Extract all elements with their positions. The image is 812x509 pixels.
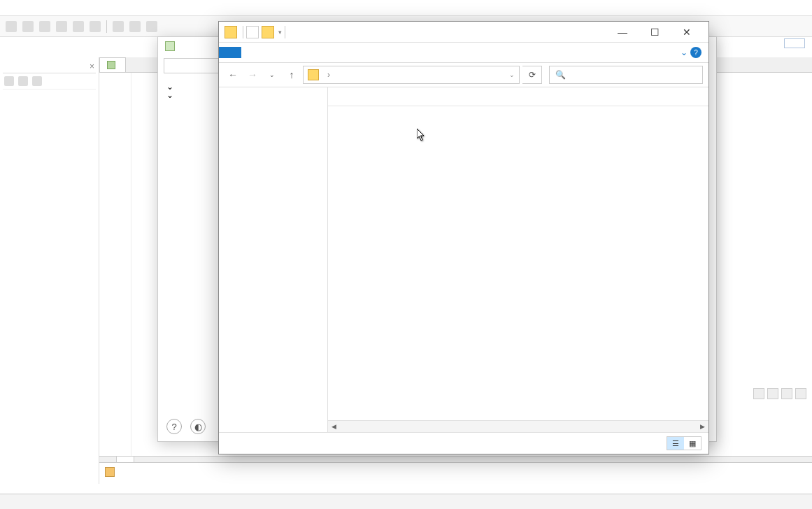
prefs-icon [165, 41, 175, 51]
toolbar-icon[interactable] [39, 21, 50, 32]
source-tab[interactable] [117, 457, 134, 462]
refresh-button[interactable]: ⟳ [522, 66, 542, 84]
ribbon-tab-file[interactable] [219, 47, 241, 58]
explorer-tree [3, 89, 96, 115]
project-explorer: × [0, 57, 99, 484]
explorer-status-bar: ☰ ▦ [219, 432, 708, 454]
console-icon[interactable] [781, 388, 792, 399]
explorer-body: ◀ ▶ [219, 87, 708, 432]
focus-icon[interactable] [32, 76, 42, 86]
folder-icon [308, 69, 319, 80]
console-icon[interactable] [767, 388, 778, 399]
prefs-search-input[interactable] [164, 58, 220, 73]
markers-icon [105, 467, 115, 477]
explorer-toolbar [3, 73, 96, 89]
toolbar-icon[interactable] [146, 21, 157, 32]
maximize-button[interactable]: ☐ [639, 22, 671, 43]
toolbar-icon[interactable] [73, 21, 84, 32]
toolbar-icon[interactable] [90, 21, 101, 32]
minimize-button[interactable]: — [606, 22, 639, 43]
folder-icon[interactable] [262, 26, 274, 38]
toolbar-icon[interactable] [22, 21, 34, 32]
search-icon: 🔍 [555, 70, 566, 80]
project-item[interactable] [4, 108, 94, 110]
toolbar-icon[interactable] [129, 21, 141, 32]
close-button[interactable]: ✕ [671, 22, 703, 43]
dropdown-icon[interactable]: ▾ [278, 29, 282, 36]
col-date[interactable] [507, 92, 604, 101]
explorer-titlebar: ▾ — ☐ ✕ [219, 22, 708, 43]
chevron-right-icon: › [327, 70, 330, 80]
ribbon-tab-home[interactable] [241, 47, 264, 58]
prefs-footer: ? ◐ [166, 419, 206, 434]
scroll-left-button[interactable]: ◀ [328, 421, 340, 433]
nav-history-button[interactable]: ⌄ [264, 66, 280, 83]
nav-tree[interactable] [219, 87, 328, 432]
view-details-button[interactable]: ☰ [667, 437, 684, 450]
menu-window[interactable] [84, 8, 98, 13]
eclipse-menu [0, 6, 812, 16]
menu-help[interactable] [101, 8, 115, 13]
list-header [328, 87, 708, 106]
list-body[interactable] [328, 106, 708, 420]
markers-panel [99, 462, 812, 484]
console-toolbar [753, 388, 806, 399]
quick-access[interactable] [784, 38, 805, 48]
properties-icon[interactable] [246, 26, 259, 38]
menu-project[interactable] [50, 8, 64, 13]
menu-source[interactable] [0, 8, 14, 13]
ribbon-tab-share[interactable] [264, 47, 286, 58]
collapse-icon[interactable] [4, 76, 14, 86]
ribbon-help[interactable]: ⌄? [674, 43, 708, 62]
help-icon[interactable]: ? [690, 47, 701, 58]
chevron-down-icon: ⌄ [681, 48, 688, 57]
nav-row: ← → ⌄ ↑ › ⌄ ⟳ 🔍 [219, 63, 708, 87]
toolbar-icon[interactable] [113, 21, 124, 32]
menu-search[interactable] [34, 8, 48, 13]
editor-tab[interactable] [99, 57, 126, 72]
toolbar-separator [106, 20, 107, 33]
nav-forward-button: → [244, 66, 261, 83]
xml-icon [107, 61, 115, 69]
chevron-down-icon[interactable]: ⌄ [509, 71, 515, 78]
toolbar-icon[interactable] [56, 21, 67, 32]
close-icon[interactable]: × [90, 62, 94, 71]
file-explorer-window: ▾ — ☐ ✕ ⌄? ← → ⌄ ↑ › ⌄ ⟳ 🔍 [218, 21, 709, 454]
divider [243, 26, 243, 38]
ribbon-tab-view[interactable] [286, 47, 308, 58]
col-type[interactable] [604, 92, 667, 101]
view-toggle: ☰ ▦ [667, 436, 701, 450]
breadcrumb[interactable]: › ⌄ [303, 66, 520, 84]
import-export-icon[interactable]: ◐ [190, 419, 206, 434]
ribbon-tabs: ⌄? [219, 43, 708, 63]
status-selected [237, 438, 242, 448]
view-icons-button[interactable]: ▦ [684, 437, 701, 450]
console-icon[interactable] [753, 388, 764, 399]
file-list: ◀ ▶ [328, 87, 708, 432]
markers-header [105, 467, 806, 480]
col-name[interactable] [328, 92, 507, 101]
explorer-tab-row: × [3, 60, 96, 73]
design-source-tabs [99, 456, 812, 462]
folder-icon [225, 26, 237, 38]
console-icon[interactable] [795, 388, 806, 399]
window-controls: — ☐ ✕ [606, 22, 703, 43]
help-icon[interactable]: ? [166, 419, 182, 434]
eclipse-title [0, 0, 812, 6]
menu-run[interactable] [67, 8, 81, 13]
link-icon[interactable] [18, 76, 28, 86]
menu-navigate[interactable] [17, 8, 31, 13]
divider [285, 26, 285, 38]
line-numbers [99, 73, 131, 456]
nav-up-button[interactable]: ↑ [283, 66, 300, 83]
search-box[interactable]: 🔍 [549, 66, 703, 84]
design-tab[interactable] [99, 457, 117, 462]
eclipse-status-bar [0, 494, 812, 509]
horizontal-scrollbar[interactable]: ◀ ▶ [328, 420, 708, 432]
nav-back-button[interactable]: ← [225, 66, 241, 83]
scroll-right-button[interactable]: ▶ [697, 421, 708, 433]
toolbar-icon[interactable] [6, 21, 17, 32]
